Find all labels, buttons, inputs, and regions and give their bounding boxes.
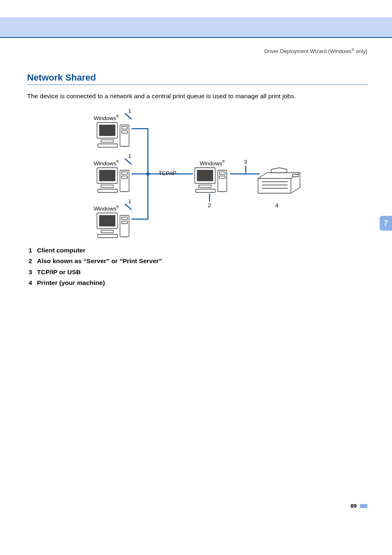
svg-rect-22 [101, 230, 113, 233]
legend-row-1: 1Client computer [27, 245, 162, 256]
top-band [0, 0, 392, 17]
blue-band [0, 17, 392, 37]
server-icon [193, 166, 230, 195]
client2-callout: 1 [128, 153, 131, 159]
svg-rect-7 [99, 125, 115, 136]
svg-rect-26 [122, 221, 127, 224]
svg-rect-16 [98, 189, 118, 192]
svg-rect-30 [196, 189, 215, 192]
svg-rect-28 [197, 170, 213, 181]
client3-callout: 1 [128, 198, 131, 204]
server-os-label: Windows® [200, 160, 225, 166]
svg-rect-8 [101, 140, 113, 142]
svg-rect-9 [98, 144, 118, 147]
section-title: Network Shared [27, 72, 96, 83]
svg-rect-21 [99, 215, 115, 226]
svg-line-3 [125, 204, 131, 210]
section-underline [27, 84, 367, 85]
client1-os-label: Windows® [94, 114, 119, 121]
legend-row-2: 2Also known as “Server” or “Print Server… [27, 256, 162, 266]
svg-rect-23 [98, 234, 118, 238]
svg-rect-25 [122, 217, 127, 220]
page: Driver Deployment Wizard (Windows® only)… [0, 0, 392, 555]
svg-rect-34 [293, 174, 298, 177]
tcpip-label: TCP/IP [159, 170, 177, 176]
running-header: Driver Deployment Wizard (Windows® only) [264, 48, 367, 54]
svg-rect-14 [99, 170, 115, 181]
svg-rect-33 [219, 176, 225, 178]
svg-rect-19 [122, 176, 127, 178]
printer-icon [255, 164, 304, 197]
diagram-legend: 1Client computer 2Also known as “Server”… [27, 245, 162, 288]
client3-icon [95, 211, 132, 240]
svg-rect-32 [219, 172, 225, 174]
client3-os-label: Windows® [94, 205, 119, 212]
page-number-mark [360, 504, 367, 508]
client1-icon [95, 121, 132, 150]
network-diagram: Windows® 1 Windows® 1 Windows® 1 TCP/IP … [86, 106, 305, 240]
svg-rect-11 [122, 127, 127, 129]
blue-rule [0, 37, 392, 38]
chapter-tab: 7 [380, 216, 392, 231]
svg-rect-29 [199, 185, 211, 187]
svg-rect-18 [122, 172, 127, 174]
svg-rect-15 [101, 185, 113, 187]
server-callout: 2 [208, 202, 211, 208]
client1-callout: 1 [128, 108, 131, 114]
intro-paragraph: The device is connected to a network and… [27, 91, 367, 101]
legend-row-4: 4Printer (your machine) [27, 278, 162, 288]
header-post: only) [354, 48, 367, 54]
legend-row-3: 3TCP/IP or USB [27, 267, 162, 278]
svg-point-0 [146, 172, 150, 176]
header-pre: Driver Deployment Wizard (Windows [264, 48, 351, 54]
client2-os-label: Windows® [94, 160, 119, 166]
svg-line-2 [125, 159, 131, 164]
page-number: 89 [350, 503, 367, 509]
svg-line-1 [125, 113, 131, 119]
printer-callout: 4 [275, 202, 279, 208]
page-number-value: 89 [350, 503, 357, 509]
svg-rect-12 [122, 131, 127, 133]
client2-icon [95, 166, 132, 195]
link-callout: 3 [244, 159, 247, 165]
